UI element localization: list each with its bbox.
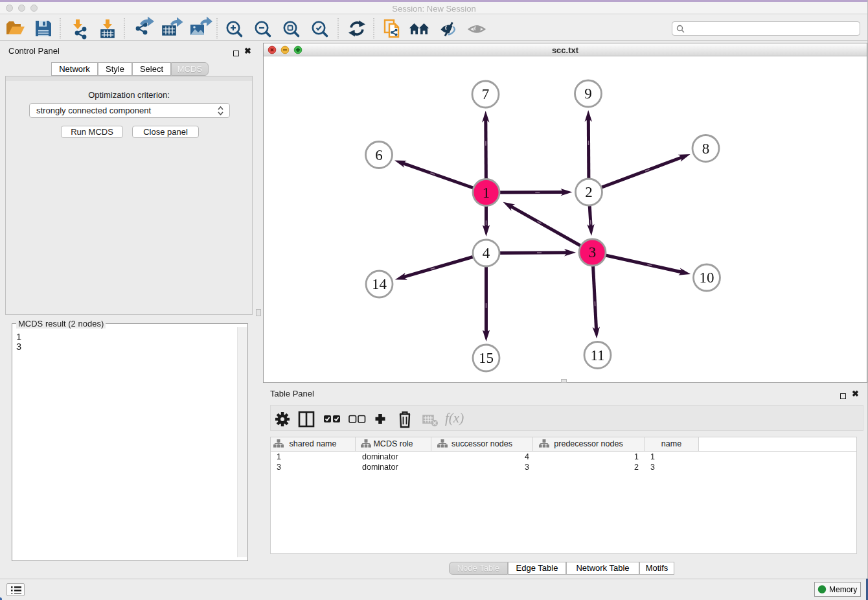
- svg-text:11: 11: [590, 347, 604, 363]
- svg-text:2: 2: [585, 184, 593, 200]
- svg-text:9: 9: [584, 86, 592, 102]
- svg-text:7: 7: [482, 86, 490, 102]
- svg-text:4: 4: [483, 245, 490, 261]
- svg-text:14: 14: [372, 276, 387, 292]
- svg-text:3: 3: [589, 244, 597, 260]
- svg-text:10: 10: [700, 270, 714, 286]
- svg-text:Memory: Memory: [829, 585, 857, 594]
- svg-text:6: 6: [375, 147, 383, 163]
- svg-text:1: 1: [483, 185, 490, 201]
- svg-text:8: 8: [702, 141, 710, 157]
- svg-text:15: 15: [479, 350, 494, 366]
